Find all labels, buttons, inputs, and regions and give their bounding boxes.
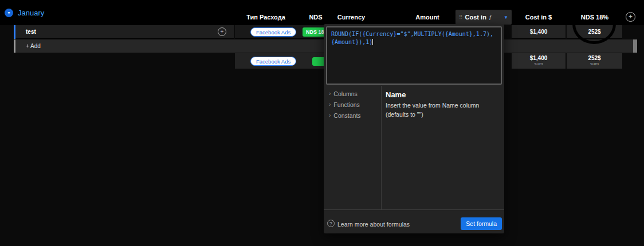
column-header-cost-in-usd[interactable]: Cost in $ xyxy=(516,14,561,21)
formula-text: ROUND(IF({Currency}="$",MULTIPLY({Amount… xyxy=(331,31,493,45)
summary-cost-usd-cell: $1,400 sum xyxy=(512,53,566,69)
summary-nds-cell: 252$ sum xyxy=(567,53,622,69)
formula-icon: ƒ xyxy=(489,14,492,20)
add-row-band xyxy=(14,39,15,53)
doc-description: Insert the value from Name column (defau… xyxy=(386,101,499,120)
group-title[interactable]: January xyxy=(18,9,44,17)
formula-input[interactable]: ROUND(IF({Currency}="$",MULTIPLY({Amount… xyxy=(326,26,502,85)
summary-cost-usd-caption: sum xyxy=(512,61,566,66)
dropdown-caret-icon[interactable]: ▼ xyxy=(504,15,508,20)
formula-sections-list: › Columns › Functions › Constants xyxy=(324,88,381,121)
chevron-right-icon: › xyxy=(329,101,331,108)
summary-nds-value: 252$ xyxy=(567,55,622,61)
section-columns[interactable]: › Columns xyxy=(324,88,381,99)
expense-type-badge[interactable]: Facebook Ads xyxy=(250,27,296,37)
chevron-down-icon: ▾ xyxy=(7,10,10,15)
app-window: ▾ January Тип Расхода NDS Currency Amoun… xyxy=(0,0,644,246)
row-name-cell[interactable] xyxy=(14,25,234,39)
column-header-currency[interactable]: Currency xyxy=(334,14,368,21)
summary-cost-usd-value: $1,400 xyxy=(512,55,566,61)
text-caret xyxy=(372,39,373,45)
column-header-nds[interactable]: NDS xyxy=(299,14,333,21)
row-name-value: test xyxy=(26,29,36,35)
chevron-right-icon: › xyxy=(329,90,331,97)
popup-footer-divider xyxy=(324,209,504,210)
nds-value-cell[interactable]: 252$ xyxy=(567,25,622,39)
group-color-band xyxy=(14,25,15,39)
section-label: Constants xyxy=(333,112,360,119)
formula-editor-popup: ROUND(IF({Currency}="$",MULTIPLY({Amount… xyxy=(324,24,504,233)
column-header-amount[interactable]: Amount xyxy=(410,14,445,21)
summary-expense-type-badge: Facebook Ads xyxy=(250,57,296,66)
column-header-label: Cost in xyxy=(465,14,486,21)
summary-nds-caption: sum xyxy=(567,61,622,66)
popup-vertical-divider xyxy=(381,86,382,209)
doc-title: Name xyxy=(386,90,499,99)
column-header-nds-18[interactable]: NDS 18% xyxy=(572,14,618,21)
drag-handle-icon[interactable]: ⠿ xyxy=(459,14,463,20)
help-circle-icon[interactable]: ? xyxy=(327,220,335,227)
formula-doc-panel: Name Insert the value from Name column (… xyxy=(386,90,499,120)
learn-more-link[interactable]: Learn more about formulas xyxy=(337,221,410,228)
section-label: Functions xyxy=(333,101,360,108)
add-row-label[interactable]: + Add xyxy=(26,43,41,49)
expand-record-icon[interactable]: + xyxy=(218,27,226,36)
add-column-button[interactable]: + xyxy=(626,12,635,22)
section-constants[interactable]: › Constants xyxy=(324,110,381,121)
column-header-expense-type[interactable]: Тип Расхода xyxy=(237,14,294,21)
scrollbar-thumb[interactable] xyxy=(633,39,637,53)
section-label: Columns xyxy=(333,90,357,97)
cost-usd-cell[interactable]: $1,400 xyxy=(512,25,566,39)
section-functions[interactable]: › Functions xyxy=(324,99,381,110)
chevron-right-icon: › xyxy=(329,112,331,118)
collapse-group-button[interactable]: ▾ xyxy=(5,9,13,17)
table-header-bar: ▾ January Тип Расхода NDS Currency Amoun… xyxy=(0,0,644,25)
set-formula-button[interactable]: Set formula xyxy=(461,217,502,230)
column-header-cost-in-selected[interactable]: ⠿ Cost in ƒ ▼ xyxy=(455,10,512,25)
